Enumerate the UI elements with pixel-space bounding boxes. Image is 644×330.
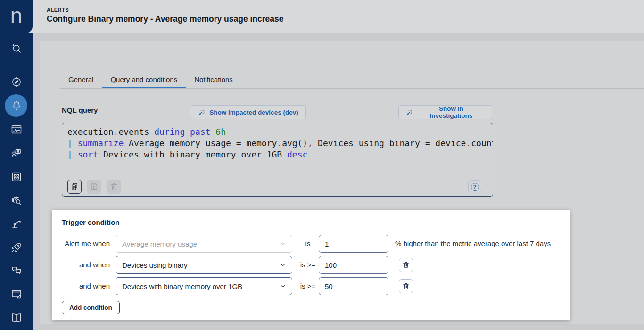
delete-query-button[interactable] (107, 180, 121, 194)
robot-arm-icon (10, 218, 23, 230)
trash-icon (109, 182, 119, 191)
condition-label: and when (62, 277, 110, 295)
sparkle-search-icon (10, 43, 23, 55)
rocket-icon (10, 241, 23, 254)
app-window: ALERTS Configure Binary memory - Average… (0, 0, 644, 330)
question-mark-icon: ? (471, 183, 479, 191)
sidebar-item-investigations[interactable] (0, 190, 33, 211)
threshold-input[interactable] (319, 277, 388, 295)
condition-operator: is >= (297, 277, 319, 295)
metric-select-value: Average memory usage (122, 240, 197, 248)
chevron-down-icon (280, 240, 286, 247)
open-book-icon (10, 312, 23, 324)
metric-select[interactable]: Average memory usage (116, 235, 292, 253)
window-ruler-icon (10, 288, 23, 300)
condition-label: and when (62, 256, 110, 274)
nql-query-editor: execution.events during past 6h| summari… (62, 123, 493, 197)
sidebar-item-dashboards[interactable] (0, 119, 33, 140)
chat-bubbles-icon (10, 264, 23, 277)
threshold-input[interactable] (319, 235, 388, 253)
compass-icon (10, 76, 23, 88)
paste-query-button[interactable] (87, 180, 101, 194)
show-impacted-devices-button[interactable]: Show impacted devices (dev) (190, 105, 306, 119)
page-header: ALERTS Configure Binary memory - Average… (33, 0, 644, 33)
breadcrumb: ALERTS (47, 7, 69, 13)
paste-icon (90, 182, 99, 191)
copy-query-button[interactable] (67, 180, 82, 194)
trash-icon (402, 282, 410, 290)
content-card: General Query and conditions Notificatio… (40, 41, 644, 324)
fingerprint-search-icon (10, 194, 23, 206)
open-window-icon (405, 108, 413, 116)
sidebar-item-workflows[interactable] (0, 284, 33, 305)
trigger-condition-title: Trigger condition (62, 218, 120, 226)
trash-icon (402, 261, 410, 269)
window-chart-icon (10, 124, 23, 136)
sidebar-item-remote-actions[interactable] (0, 214, 33, 234)
delete-condition-button[interactable] (399, 279, 413, 293)
sidebar-item-campaigns[interactable] (0, 237, 33, 258)
nql-code[interactable]: execution.events during past 6h| summari… (62, 123, 493, 177)
condition-label: Alert me when (62, 235, 110, 253)
condition-row: Alert me when Average memory usage is % … (52, 235, 570, 253)
delete-condition-button[interactable] (399, 258, 413, 272)
nexthink-logo[interactable]: n (0, 0, 33, 33)
show-in-investigations-label: Show in Investigations (417, 105, 485, 119)
add-condition-button[interactable]: Add condition (62, 301, 120, 314)
show-impacted-devices-label: Show impacted devices (dev) (209, 109, 298, 116)
sidebar-item-search[interactable] (0, 39, 33, 59)
metric-select-value: Devices with binary memory over 1GB (122, 282, 242, 290)
metric-select-value: Devices using binary (122, 261, 187, 269)
copy-icon (70, 182, 79, 191)
trigger-condition-panel: Trigger condition Alert me when Average … (52, 210, 570, 320)
tab-query-and-conditions[interactable]: Query and conditions (102, 71, 186, 88)
chevron-down-icon (280, 262, 286, 268)
tab-notifications[interactable]: Notifications (186, 71, 241, 88)
threshold-input[interactable] (319, 256, 388, 274)
condition-row: and when Devices using binary is >= (52, 256, 570, 274)
condition-operator: is (297, 235, 319, 253)
condition-row: and when Devices with binary memory over… (52, 277, 570, 295)
condition-suffix-text: % higher than the metric average over la… (395, 235, 551, 253)
sidebar-item-engage[interactable] (0, 260, 33, 281)
tab-bar: General Query and conditions Notificatio… (60, 71, 241, 88)
tab-general[interactable]: General (60, 71, 102, 88)
page-title: Configure Binary memory - Average memory… (47, 14, 284, 24)
metric-select[interactable]: Devices with binary memory over 1GB (116, 277, 292, 295)
chevron-down-icon (280, 283, 286, 289)
sidebar-item-library[interactable] (0, 307, 33, 328)
nql-help-button[interactable]: ? (468, 180, 481, 193)
trainer-icon (10, 147, 23, 159)
show-in-investigations-button[interactable]: Show in Investigations (398, 105, 492, 119)
nql-query-label: NQL query (62, 106, 98, 114)
tab-divider (60, 88, 644, 89)
bell-icon (10, 99, 23, 112)
sidebar-item-adopt[interactable] (0, 143, 33, 164)
sidebar-item-alerts[interactable] (0, 94, 33, 117)
metric-select[interactable]: Devices using binary (116, 256, 292, 274)
condition-operator: is >= (297, 256, 319, 274)
open-window-icon (198, 108, 206, 116)
apps-grid-icon (10, 171, 23, 183)
sidebar-item-explore[interactable] (0, 72, 33, 92)
sidebar-item-applications[interactable] (0, 166, 33, 187)
editor-toolbar: ? (62, 177, 493, 196)
